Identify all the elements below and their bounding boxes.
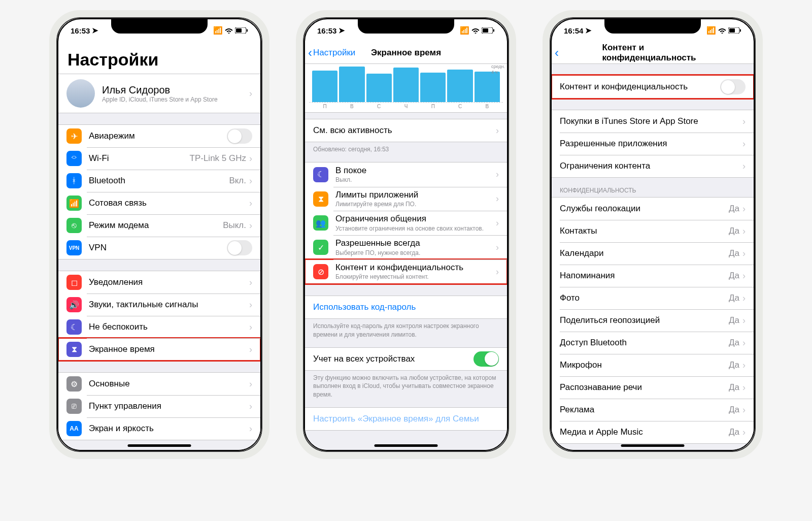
settings-row[interactable]: ᚼBluetoothВкл.› (58, 170, 260, 192)
bluetooth-icon: ᚼ (66, 173, 82, 188)
content-privacy-toggle-row[interactable]: Контент и конфиденциальность (552, 76, 754, 98)
chevron-right-icon: › (496, 218, 499, 229)
vpn-icon: VPN (66, 240, 82, 255)
chevron-right-icon: › (496, 169, 499, 180)
row-label: См. всю активность (313, 125, 496, 136)
usage-chart[interactable]: средн. 4 ч ПВСЧПСВ (305, 64, 507, 113)
settings-row[interactable]: Разрешенные приложения› (552, 133, 754, 155)
settings-row[interactable]: AAЭкран и яркость› (58, 417, 260, 440)
settings-row[interactable]: РекламаДа› (552, 399, 754, 421)
settings-row[interactable]: ⧗Лимиты приложенийЛимитируйте время для … (305, 187, 507, 211)
settings-row[interactable]: ☾В покоеВыкл.› (305, 162, 507, 187)
row-sublabel: Лимитируйте время для ПО. (335, 201, 496, 209)
settings-row[interactable]: Доступ BluetoothДа› (552, 332, 754, 354)
location-icon: ➤ (92, 26, 98, 35)
row-value: Вкл. (229, 176, 246, 186)
chart-bar (339, 67, 364, 102)
settings-row[interactable]: Поделиться геопозициейДа› (552, 309, 754, 332)
settings-row[interactable]: КалендариДа› (552, 242, 754, 265)
profile-name: Илья Сидоров (102, 84, 249, 96)
row-label: Распознавание речи (560, 382, 729, 393)
wifi-icon: ⌔ (66, 151, 82, 166)
home-indicator (375, 444, 438, 447)
back-button[interactable]: ‹ Настройки (305, 46, 355, 60)
privacy-group: Службы геолокацииДа›КонтактыДа›Календари… (552, 197, 754, 444)
chevron-right-icon: › (496, 267, 499, 277)
row-value: Да (729, 427, 739, 437)
chart-x-label: П (312, 104, 337, 109)
chart-bar (475, 72, 500, 102)
signal-icon: 📶 (460, 26, 469, 35)
chevron-right-icon: › (249, 379, 252, 389)
row-value: Да (729, 271, 739, 281)
svg-rect-2 (247, 29, 248, 31)
settings-row[interactable]: ⚙Основные› (58, 373, 260, 395)
settings-row[interactable]: 👥Ограничения общенияУстановите ограничен… (305, 211, 507, 235)
settings-row[interactable]: 🔊Звуки, тактильные сигналы› (58, 294, 260, 316)
settings-row[interactable]: Распознавание речиДа› (552, 376, 754, 399)
svg-rect-7 (729, 28, 735, 32)
share-devices-toggle[interactable] (473, 351, 499, 367)
settings-row[interactable]: ФотоДа› (552, 287, 754, 309)
chart-bar (420, 73, 446, 102)
settings-row[interactable]: ✈Авиарежим (58, 125, 260, 147)
signal-icon: 📶 (706, 26, 716, 35)
row-label: Авиарежим (89, 131, 227, 141)
chevron-right-icon: › (742, 382, 746, 393)
settings-row[interactable]: ⧗Экранное время› (58, 338, 260, 361)
home-indicator (621, 444, 685, 447)
settings-row[interactable]: Покупки в iTunes Store и App Store› (552, 110, 754, 133)
settings-row[interactable]: ⊘Контент и конфиденциальностьБлокируйте … (305, 259, 507, 284)
people-icon: 👥 (313, 215, 328, 231)
settings-row[interactable]: ⎋Режим модемаВыкл.› (58, 214, 260, 237)
row-value: Да (729, 405, 739, 415)
nav-title: Контент и конфиденциальность (602, 43, 703, 63)
chart-labels: ПВСЧПСВ (309, 103, 503, 109)
location-icon: ➤ (339, 26, 345, 35)
row-value: Да (729, 360, 739, 370)
settings-row[interactable]: ✓Разрешенные всегдаВыберите ПО, нужное в… (305, 235, 507, 259)
row-label: Использовать код-пароль (313, 302, 499, 312)
settings-row[interactable]: КонтактыДа› (552, 220, 754, 242)
chevron-right-icon: › (249, 153, 252, 164)
page-title: Настройки (58, 42, 260, 74)
use-passcode-row[interactable]: Использовать код-пароль (305, 296, 507, 318)
profile-row[interactable]: Илья Сидоров Apple ID, iCloud, iTunes St… (58, 74, 260, 113)
row-value: Да (729, 248, 739, 258)
row-sublabel: Установите ограничения на основе своих к… (335, 225, 496, 233)
settings-row[interactable]: Ограничения контента› (552, 155, 754, 177)
status-time: 16:54 (564, 26, 583, 35)
settings-row[interactable]: ◻Уведомления› (58, 271, 260, 294)
settings-row[interactable]: VPNVPN (58, 237, 260, 259)
toggle[interactable] (227, 128, 252, 144)
settings-row[interactable]: 📶Сотовая связь› (58, 192, 260, 214)
chevron-right-icon: › (249, 198, 252, 209)
chart-avg-value: 4 ч (491, 70, 505, 75)
settings-row[interactable]: ☾Не беспокоить› (58, 316, 260, 338)
settings-row[interactable]: Службы геолокацииДа› (552, 198, 754, 220)
chevron-right-icon: › (249, 220, 252, 231)
chevron-left-icon: ‹ (555, 46, 559, 60)
restrictions-group: Покупки в iTunes Store и App Store›Разре… (552, 110, 754, 178)
settings-row[interactable]: ⌔Wi-FiTP-Link 5 GHz› (58, 147, 260, 170)
content-privacy-toggle[interactable] (720, 79, 746, 94)
moon-icon: ☾ (313, 167, 328, 182)
notch (111, 19, 208, 34)
chevron-right-icon: › (742, 293, 746, 304)
see-activity-row[interactable]: См. всю активность › (305, 119, 507, 142)
chevron-left-icon: ‹ (308, 46, 312, 60)
back-button[interactable]: ‹ (552, 46, 560, 60)
family-row[interactable]: Настроить «Экранное время» для Семьи (305, 408, 507, 430)
row-label: Службы геолокации (560, 203, 729, 214)
settings-row[interactable]: ⎚Пункт управления› (58, 395, 260, 417)
settings-row[interactable]: Медиа и Apple MusicДа› (552, 421, 754, 443)
row-label: Покупки в iTunes Store и App Store (560, 116, 742, 126)
settings-row[interactable]: МикрофонДа› (552, 354, 754, 376)
settings-row[interactable]: НапоминанияДа› (552, 265, 754, 287)
row-label: Лимиты приложений (335, 189, 496, 200)
toggle[interactable] (227, 240, 252, 255)
hourglass-icon: ⧗ (313, 191, 328, 207)
privacy-header: КОНФИДЕНЦИАЛЬНОСТЬ (552, 178, 754, 197)
share-devices-row[interactable]: Учет на всех устройствах (305, 348, 507, 370)
settings-group-1: ✈Авиарежим⌔Wi-FiTP-Link 5 GHz›ᚼBluetooth… (58, 124, 260, 259)
